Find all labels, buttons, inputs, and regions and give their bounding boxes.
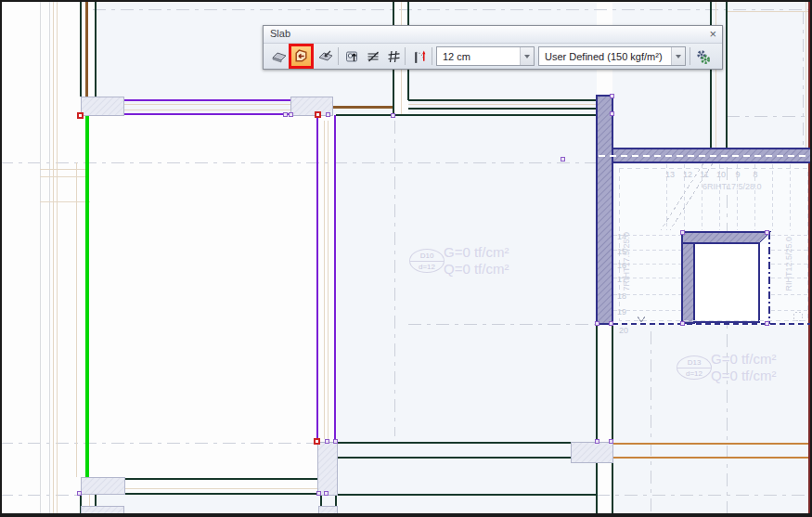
slab-library-button[interactable] [342, 45, 362, 68]
slab-loads-d10: G=0 tf/cm² Q=0 tf/cm² [444, 244, 509, 278]
slab-id: D10 [410, 250, 444, 262]
toolbar-separator [432, 47, 432, 65]
library-image-icon [344, 49, 360, 64]
slab-load-combobox[interactable]: User Defined (150 kgf/m²) [538, 46, 686, 66]
slab-tag-d13[interactable]: D13 d=12 [677, 355, 712, 380]
slab-thickness-combobox[interactable]: 12 cm [436, 46, 535, 66]
stair-tread-number: 9 [730, 170, 745, 179]
chevron-down-icon[interactable] [520, 47, 534, 65]
stair-label-top: 6RIHT17.5/28.0 [702, 182, 762, 191]
stair-tread-number: 18 [614, 291, 629, 301]
slab-id: D13 [677, 356, 711, 368]
stair-tread-number: 11 [697, 170, 712, 179]
slab-slope-button[interactable] [363, 45, 383, 68]
stair-tread-number: 12 [680, 170, 695, 179]
slab-toolbar: Slab × [263, 25, 723, 70]
slab-pick-tool-button[interactable] [316, 45, 336, 68]
slab-q-load: Q=0 tf/cm² [444, 261, 509, 278]
stair-tread-number: 19 [614, 307, 629, 317]
toolbar-separator [405, 47, 406, 65]
close-icon[interactable]: × [709, 27, 716, 42]
stair-label-left: 7RIHT17.5/25.0 [622, 232, 631, 291]
stair-tread-number: 20 [616, 326, 631, 335]
slab-ribs-button[interactable] [383, 45, 404, 68]
gears-icon [695, 49, 712, 65]
floor-plan-drawing [0, 0, 812, 517]
slab-icon [271, 49, 288, 64]
stair-tread-number: 10 [714, 170, 728, 179]
slab-g-load: G=0 tf/cm² [444, 244, 509, 261]
chevron-down-icon[interactable] [671, 47, 685, 65]
purple-beam-lines[interactable] [123, 100, 335, 442]
slab-g-load: G=0 tf/cm² [711, 351, 776, 368]
slab-thickness-value: 12 cm [437, 51, 520, 62]
slab-settings-button[interactable] [693, 45, 714, 68]
slab-tag-d10[interactable]: D10 d=12 [409, 249, 445, 273]
cad-drawing-canvas[interactable]: D10 d=12 G=0 tf/cm² Q=0 tf/cm² D13 d=12 … [0, 0, 812, 517]
slope-lines-icon [366, 49, 381, 64]
slab-arrow-icon [317, 49, 334, 64]
angle-arrow-icon [411, 49, 429, 65]
slab-q-load: Q=0 tf/cm² [711, 368, 776, 384]
toolbar-title: Slab [270, 28, 290, 39]
slab-inclination-button[interactable] [408, 45, 431, 68]
slab-loads-d13: G=0 tf/cm² Q=0 tf/cm² [711, 351, 776, 384]
slab-perimeter-icon [293, 48, 309, 64]
toolbar-separator [338, 47, 339, 65]
stair-tread-number: 13 [663, 170, 677, 179]
slab-perimeter-tool-button-active[interactable] [289, 44, 314, 69]
hash-grid-icon [386, 49, 402, 64]
slab-load-value: User Defined (150 kgf/m²) [539, 51, 671, 62]
stair-label-right: RIHT12.5/25.0 [784, 237, 793, 291]
stair-tread-number: 8 [748, 170, 763, 179]
slab-tool-button[interactable] [269, 45, 290, 68]
slab-toolbar-titlebar[interactable]: Slab × [264, 26, 722, 44]
toolbar-separator [690, 47, 690, 65]
